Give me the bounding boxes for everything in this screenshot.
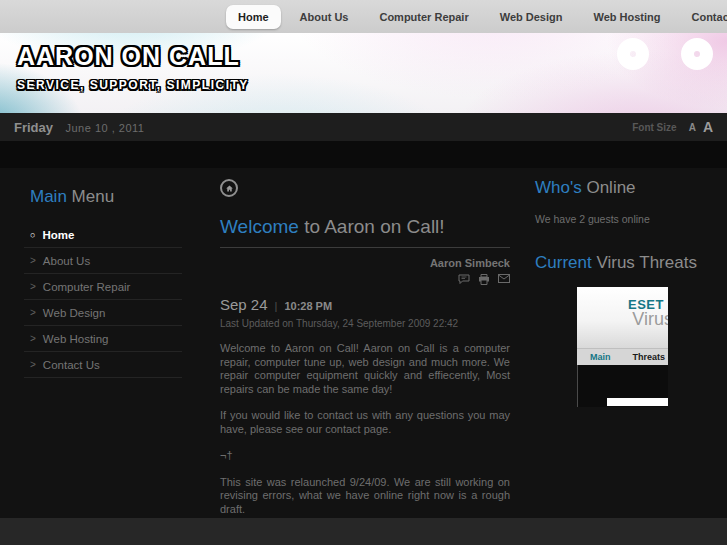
date-time-separator: | <box>275 300 278 312</box>
sidebar-item-about-us[interactable]: >About Us <box>24 248 182 274</box>
comment-icon[interactable] <box>458 274 470 285</box>
active-bullet-icon: ○ <box>30 230 35 240</box>
home-icon[interactable] <box>220 179 238 197</box>
date-label: June 10 , 2011 <box>65 122 144 134</box>
nav-item-about-us[interactable]: About Us <box>288 5 361 29</box>
nav-item-web-design[interactable]: Web Design <box>488 5 575 29</box>
content-area: Main Menu ○Home >About Us >Computer Repa… <box>0 168 727 518</box>
sidebar-item-home[interactable]: ○Home <box>24 222 182 248</box>
arrow-bullet-icon: > <box>30 281 36 292</box>
sidebar-item-web-design[interactable]: >Web Design <box>24 300 182 326</box>
font-size-controls: Font Size A A <box>632 119 713 135</box>
print-icon[interactable] <box>478 274 490 285</box>
content-top-strip <box>0 141 727 168</box>
main-menu-sidebar: Main Menu ○Home >About Us >Computer Repa… <box>14 168 190 378</box>
eset-tab-main[interactable]: Main <box>590 352 611 362</box>
right-sidebar: Who's Online We have 2 guests online Cur… <box>535 168 713 407</box>
eset-widget-tabs: Main Threats <box>577 348 668 365</box>
virus-threats-title: Current Virus Threats <box>535 253 713 273</box>
main-menu-list: ○Home >About Us >Computer Repair >Web De… <box>24 222 182 378</box>
header-banner: AARON ON CALL SERVICE, SUPPORT, SIMPLICI… <box>0 33 727 113</box>
arrow-bullet-icon: > <box>30 359 36 370</box>
top-navbar: Home About Us Computer Repair Web Design… <box>0 0 727 33</box>
sidebar-item-computer-repair[interactable]: >Computer Repair <box>24 274 182 300</box>
last-updated-text: Last Updated on Thursday, 24 September 2… <box>220 318 510 329</box>
article-action-icons <box>220 274 510 285</box>
main-menu-title: Main Menu <box>30 187 190 207</box>
article-title: Welcome to Aaron on Call! <box>220 216 510 248</box>
article-time: 10:28 PM <box>284 300 332 312</box>
article-paragraph-2: If you would like to contact us with any… <box>220 409 510 436</box>
sidebar-item-contact-us[interactable]: >Contact Us <box>24 352 182 378</box>
font-size-increase-button[interactable]: A <box>703 119 713 135</box>
site-logo[interactable]: AARON ON CALL <box>17 42 240 71</box>
eset-virus-widget[interactable]: ESET Virus Main Threats <box>577 287 668 407</box>
eset-widget-body <box>577 365 668 407</box>
eset-virus-label: Virus <box>632 309 668 330</box>
footer-bar <box>0 518 727 545</box>
arrow-bullet-icon: > <box>30 255 36 266</box>
site-tagline: SERVICE, SUPPORT, SIMPLICITY <box>17 78 249 92</box>
nav-item-home[interactable]: Home <box>226 5 281 29</box>
arrow-bullet-icon: > <box>30 333 36 344</box>
arrow-bullet-icon: > <box>30 307 36 318</box>
font-size-label: Font Size <box>632 122 676 133</box>
weekday-label: Friday <box>14 120 53 135</box>
nav-item-computer-repair[interactable]: Computer Repair <box>367 5 480 29</box>
date-bar: Friday June 10 , 2011 Font Size A A <box>0 113 727 141</box>
eset-tab-threats[interactable]: Threats <box>633 352 666 362</box>
main-nav: Home About Us Computer Repair Web Design… <box>226 5 727 29</box>
decor-circle-2 <box>681 38 713 70</box>
whos-online-title: Who's Online <box>535 178 713 198</box>
article-date: Sep 24 <box>220 296 268 313</box>
eset-widget-header: ESET Virus <box>577 287 668 348</box>
article-column: Welcome to Aaron on Call! Aaron Simbeck … <box>220 168 510 516</box>
whos-online-text: We have 2 guests online <box>535 213 713 225</box>
article-paragraph-1: Welcome to Aaron on Call! Aaron on Call … <box>220 342 510 396</box>
nav-item-web-hosting[interactable]: Web Hosting <box>581 5 672 29</box>
sidebar-item-web-hosting[interactable]: >Web Hosting <box>24 326 182 352</box>
font-size-decrease-button[interactable]: A <box>689 122 696 133</box>
current-date: Friday June 10 , 2011 <box>14 118 144 136</box>
decor-circle-1 <box>617 38 649 70</box>
article-date-row: Sep 24 | 10:28 PM <box>220 296 510 313</box>
article-paragraph-3: ¬† <box>220 449 510 463</box>
article-author: Aaron Simbeck <box>220 257 510 269</box>
email-icon[interactable] <box>498 274 510 285</box>
page: Home About Us Computer Repair Web Design… <box>0 0 727 545</box>
eset-widget-bar <box>607 398 668 406</box>
nav-item-contact-us[interactable]: Contact Us <box>679 5 727 29</box>
article-paragraph-4: This site was relaunched 9/24/09. We are… <box>220 476 510 517</box>
